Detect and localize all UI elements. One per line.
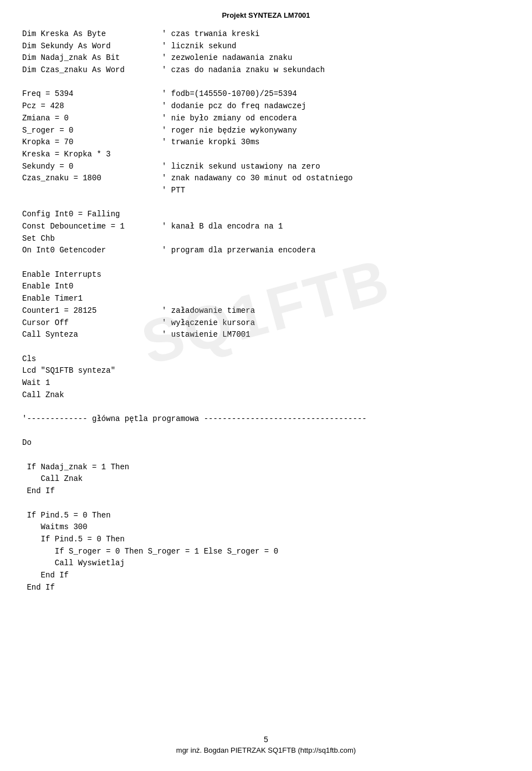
page-number: 5 — [0, 735, 532, 744]
footer: 5 mgr inż. Bogdan PIETRZAK SQ1FTB (http:… — [0, 735, 532, 754]
page: Projekt SYNTEZA LM7001 SQ1FTB Dim Kreska… — [0, 0, 532, 771]
author-info: mgr inż. Bogdan PIETRZAK SQ1FTB (http://… — [0, 746, 532, 754]
code-block: Dim Kreska As Byte ' czas trwania kreski… — [22, 28, 510, 594]
project-title: Projekt SYNTEZA LM7001 — [22, 11, 510, 19]
